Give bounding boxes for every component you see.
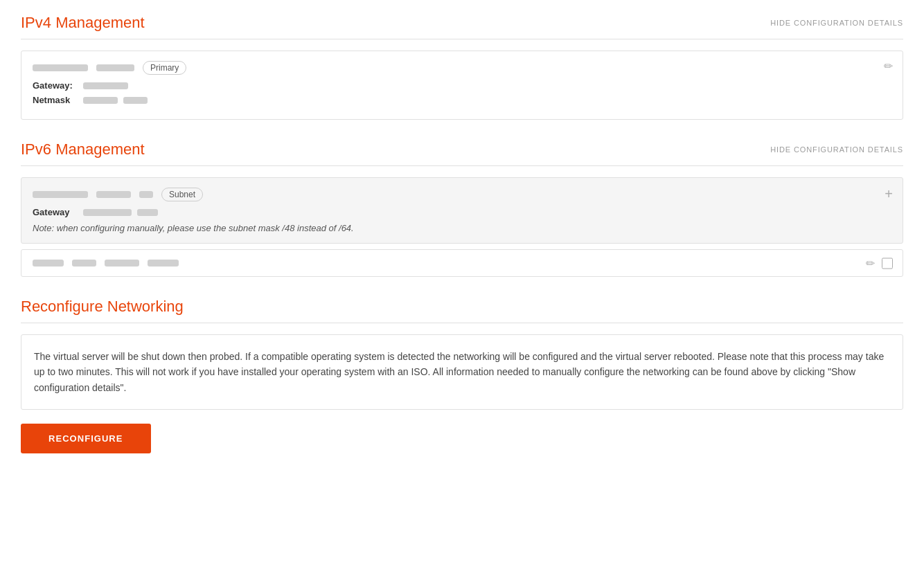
ipv6-title: IPv6 Management [21, 141, 145, 159]
ipv6-secondary-checkbox[interactable] [882, 258, 893, 269]
ipv4-netmask-label: Netmask [33, 95, 78, 105]
ipv6-secondary-card: ✏ [21, 249, 903, 277]
ipv6-secondary-ip-block-4 [148, 260, 179, 267]
ipv6-note: Note: when configuring manually, please … [33, 223, 891, 233]
ipv4-hide-details-link[interactable]: HIDE CONFIGURATION DETAILS [770, 19, 903, 27]
ipv6-primary-ip-block-1 [33, 191, 88, 198]
ipv4-section: IPv4 Management HIDE CONFIGURATION DETAI… [21, 14, 903, 120]
ipv4-gateway-label: Gateway: [33, 80, 78, 91]
ipv6-section-header: IPv6 Management HIDE CONFIGURATION DETAI… [21, 141, 903, 166]
ipv6-subnet-badge: Subnet [161, 188, 203, 201]
ipv6-gateway-label: Gateway [33, 207, 78, 217]
ipv4-netmask-value-2 [123, 97, 148, 104]
ipv6-primary-card: + Subnet Gateway Note: when configuring … [21, 177, 903, 244]
ipv6-secondary-action-icons: ✏ [866, 257, 893, 270]
ipv4-title: IPv4 Management [21, 14, 145, 32]
reconfigure-section-header: Reconfigure Networking [21, 298, 903, 323]
ipv4-netmask-row: Netmask [33, 95, 891, 105]
ipv6-secondary-ip-block-3 [105, 260, 139, 267]
ipv4-gateway-value [83, 82, 128, 89]
ipv6-gateway-value-1 [83, 209, 132, 216]
ipv6-secondary-ip-block-2 [72, 260, 96, 267]
ipv6-gateway-value-2 [137, 209, 158, 216]
reconfigure-section: Reconfigure Networking The virtual serve… [21, 298, 903, 453]
ipv4-section-header: IPv4 Management HIDE CONFIGURATION DETAI… [21, 14, 903, 39]
reconfigure-title: Reconfigure Networking [21, 298, 184, 316]
ipv4-primary-badge: Primary [143, 61, 186, 75]
ipv6-primary-ip-row: Subnet [33, 188, 891, 201]
ipv4-ip-block-1 [33, 64, 88, 71]
ipv4-netmask-value-1 [83, 97, 118, 104]
ipv4-ip-row: Primary [33, 61, 891, 75]
ipv4-ip-block-2 [96, 64, 134, 71]
ipv4-card: ✏ Primary Gateway: Netmask [21, 51, 903, 120]
ipv6-primary-ip-block-3 [139, 191, 153, 198]
ipv6-secondary-ip-block-1 [33, 260, 64, 267]
ipv6-add-icon[interactable]: + [885, 186, 893, 202]
ipv6-secondary-ip-row [33, 260, 179, 267]
ipv6-secondary-edit-icon[interactable]: ✏ [866, 257, 875, 270]
ipv4-edit-icon[interactable]: ✏ [884, 60, 893, 73]
ipv6-section: IPv6 Management HIDE CONFIGURATION DETAI… [21, 141, 903, 277]
page-container: IPv4 Management HIDE CONFIGURATION DETAI… [0, 0, 924, 467]
ipv6-primary-ip-block-2 [96, 191, 131, 198]
reconfigure-button[interactable]: RECONFIGURE [21, 424, 151, 453]
ipv6-gateway-row: Gateway [33, 207, 891, 217]
ipv4-gateway-row: Gateway: [33, 80, 891, 91]
ipv6-hide-details-link[interactable]: HIDE CONFIGURATION DETAILS [770, 145, 903, 154]
reconfigure-description: The virtual server will be shut down the… [21, 334, 903, 410]
